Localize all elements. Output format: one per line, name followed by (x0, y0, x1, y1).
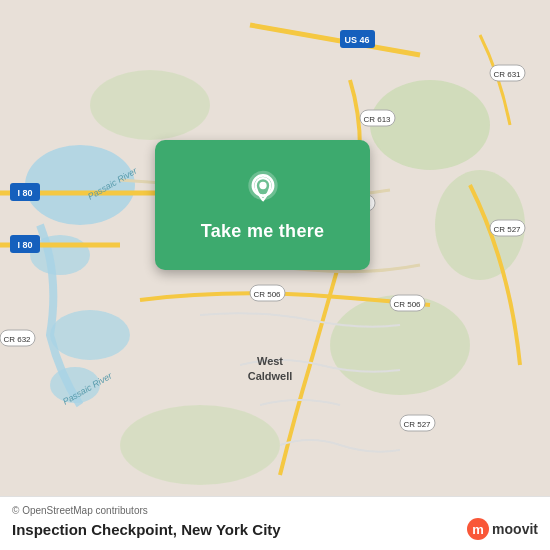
location-title-bar: Inspection Checkpoint, New York City m m… (12, 518, 538, 540)
svg-text:West: West (257, 355, 283, 367)
svg-text:CR 527: CR 527 (403, 420, 431, 429)
moovit-icon: m (467, 518, 489, 540)
take-me-card[interactable]: Take me there (155, 140, 370, 270)
map-background: I 80 I 80 US 46 CR 613 CR 613 CR 631 CR … (0, 0, 550, 550)
svg-point-8 (120, 405, 280, 485)
svg-text:CR 632: CR 632 (3, 335, 31, 344)
svg-text:CR 631: CR 631 (493, 70, 521, 79)
svg-text:I 80: I 80 (17, 240, 32, 250)
svg-text:CR 506: CR 506 (393, 300, 421, 309)
moovit-logo: m moovit (467, 518, 538, 540)
svg-text:CR 527: CR 527 (493, 225, 521, 234)
location-pin-icon (241, 169, 285, 213)
svg-text:CR 613: CR 613 (363, 115, 391, 124)
bottom-bar: © OpenStreetMap contributors Inspection … (0, 496, 550, 550)
map-container: I 80 I 80 US 46 CR 613 CR 613 CR 631 CR … (0, 0, 550, 550)
svg-point-3 (50, 310, 130, 360)
svg-text:Caldwell: Caldwell (248, 370, 293, 382)
osm-credit: © OpenStreetMap contributors (12, 505, 538, 516)
svg-text:US 46: US 46 (344, 35, 369, 45)
moovit-wordmark: moovit (492, 521, 538, 537)
svg-point-10 (90, 70, 210, 140)
location-title-text: Inspection Checkpoint, New York City (12, 521, 281, 538)
svg-text:CR 506: CR 506 (253, 290, 281, 299)
take-me-there-label: Take me there (201, 221, 325, 242)
svg-point-42 (259, 181, 266, 188)
svg-text:I 80: I 80 (17, 188, 32, 198)
